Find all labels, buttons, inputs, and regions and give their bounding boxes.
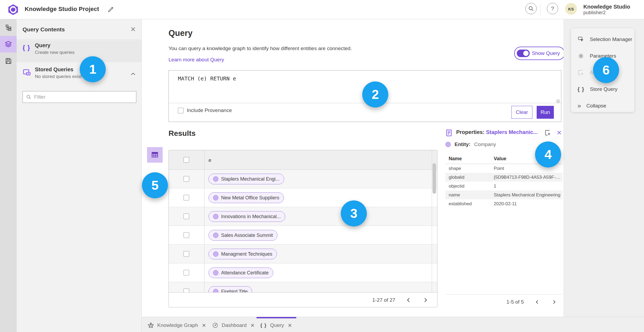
page-title: Query: [169, 28, 193, 38]
avatar[interactable]: KS: [565, 3, 577, 15]
property-name: established: [449, 201, 472, 207]
close-panel-icon[interactable]: [130, 26, 136, 32]
table-row[interactable]: Innovations in Mechanical...: [169, 207, 437, 226]
stored-queries-label: Stored Queries: [35, 66, 73, 73]
save-icon: [5, 57, 12, 64]
tab-knowledge-graph[interactable]: Knowledge Graph ✕: [144, 317, 210, 332]
sidebar-item-stored-queries[interactable]: Stored Queries No stored queries exist: [17, 64, 141, 88]
annotation-badge-2: 2: [362, 81, 388, 107]
entity-pill[interactable]: Innovations in Mechanical...: [208, 211, 285, 222]
close-tab-icon[interactable]: ✕: [201, 322, 207, 329]
next-page-icon[interactable]: [422, 296, 430, 304]
table-row[interactable]: Managment Techniques: [169, 245, 437, 263]
properties-footer-divider: [445, 294, 562, 294]
learn-more-link[interactable]: Learn more about Query: [169, 57, 224, 63]
topbar-divider: [540, 3, 540, 16]
table-row[interactable]: Sales Associate Summit: [169, 226, 437, 245]
entity-node-icon: [213, 214, 218, 219]
rail-item-data-model[interactable]: [0, 19, 17, 36]
close-properties-icon[interactable]: [557, 130, 562, 135]
row-checkbox[interactable]: [184, 195, 189, 200]
tab-dashboard[interactable]: Dashboard ✕: [208, 317, 259, 332]
filter-search-icon: [26, 94, 31, 100]
previous-page-icon[interactable]: [533, 298, 541, 306]
tab-label: Dashboard: [222, 322, 247, 328]
row-checkbox[interactable]: [184, 232, 189, 238]
entity-pill[interactable]: New Metal Office Suppliers: [208, 192, 284, 203]
column-header-e: e: [208, 157, 211, 163]
properties-entity-link[interactable]: Staplers Mechanic...: [486, 129, 537, 135]
property-row: objectid 1: [445, 182, 562, 191]
store-query-label: Store Query: [590, 86, 617, 92]
filter-field: [23, 91, 136, 103]
properties-label: Properties:: [456, 129, 485, 135]
select-all-checkbox[interactable]: [184, 157, 189, 163]
search-icon: [528, 6, 534, 12]
selection-manager-icon: [577, 36, 584, 43]
previous-page-icon[interactable]: [404, 296, 412, 304]
chevron-up-icon[interactable]: [131, 72, 136, 76]
entity-pill[interactable]: Managment Techniques: [208, 249, 277, 259]
query-editor-input[interactable]: MATCH (e) RETURN e: [178, 75, 236, 82]
edit-title-icon[interactable]: [107, 6, 114, 13]
entity-pill[interactable]: Staplers Mechanical Engi...: [208, 174, 284, 184]
left-rail: »: [0, 19, 17, 332]
annotation-badge-5: 5: [142, 172, 168, 198]
close-tab-icon[interactable]: ✕: [287, 322, 292, 329]
selection-manager-button[interactable]: Selection Manager: [571, 31, 634, 48]
user-subtitle: publisher2: [583, 10, 630, 16]
results-table: e Staplers Mechanical Engi... New Metal …: [169, 150, 437, 307]
include-provenance-checkbox[interactable]: [178, 108, 184, 113]
table-view-toggle[interactable]: [147, 147, 163, 163]
include-provenance-control[interactable]: Include Provenance: [178, 107, 232, 113]
collapse-button[interactable]: » Collapse: [571, 98, 634, 114]
property-name: globalid: [449, 175, 464, 180]
properties-pagination: 1-5 of 5: [445, 298, 558, 306]
stored-queries-sublabel: No stored queries exist: [35, 74, 82, 79]
double-chevron-right-icon: »: [577, 102, 581, 110]
properties-title: Properties: Staplers Mechanic...: [456, 129, 537, 135]
row-checkbox[interactable]: [184, 176, 189, 182]
question-icon: ?: [551, 5, 554, 12]
avatar-initials: KS: [568, 7, 574, 11]
results-heading: Results: [169, 129, 196, 138]
knowledge-studio-app: Knowledge Studio Project ? KS Knowledge …: [0, 0, 644, 332]
dashboard-icon: [212, 322, 218, 329]
table-row[interactable]: Attendance Certificate: [169, 263, 437, 282]
row-checkbox[interactable]: [184, 251, 189, 257]
property-row: established 2020-02-11: [445, 199, 562, 208]
filter-input[interactable]: [34, 94, 133, 100]
braces-icon: { }: [23, 44, 31, 52]
results-scrollbar-thumb[interactable]: [433, 163, 436, 194]
properties-page-range: 1-5 of 5: [507, 299, 524, 305]
rail-item-layers[interactable]: [0, 36, 17, 53]
property-value: {5D9B4713-F98D-4A53-A59F-C11...: [494, 175, 561, 180]
property-name: shape: [449, 166, 461, 171]
store-query-button[interactable]: { } Store Query: [571, 81, 634, 98]
property-value: Point: [494, 166, 504, 171]
close-tab-icon[interactable]: ✕: [250, 322, 255, 329]
entity-node-icon: [445, 142, 451, 147]
rail-item-save[interactable]: [0, 53, 17, 69]
add-to-selection-icon[interactable]: [544, 129, 551, 136]
table-row[interactable]: New Metal Office Suppliers: [169, 188, 437, 207]
row-checkbox[interactable]: [184, 214, 189, 219]
selection-manager-label: Selection Manager: [590, 36, 632, 42]
user-title: Knowledge Studio: [583, 4, 630, 10]
entity-pill-label: Innovations in Mechanical...: [221, 214, 281, 219]
query-item-label: Query: [35, 42, 50, 49]
search-button[interactable]: [525, 3, 537, 14]
next-page-icon[interactable]: [550, 298, 558, 306]
app-logo-icon[interactable]: [8, 4, 19, 15]
entity-pill[interactable]: Sales Associate Summit: [208, 230, 277, 241]
properties-icon: [445, 129, 452, 137]
row-checkbox[interactable]: [184, 270, 189, 275]
table-row[interactable]: Staplers Mechanical Engi...: [169, 170, 437, 188]
entity-pill[interactable]: Attendance Certificate: [208, 267, 273, 278]
sidebar-item-query[interactable]: { } Query Create new queries: [17, 40, 141, 62]
column-divider: [204, 150, 204, 292]
project-title: Knowledge Studio Project: [25, 6, 99, 13]
annotation-badge-6: 6: [593, 57, 619, 83]
help-button[interactable]: ?: [547, 3, 558, 14]
tab-query[interactable]: { } Query ✕: [257, 317, 296, 332]
